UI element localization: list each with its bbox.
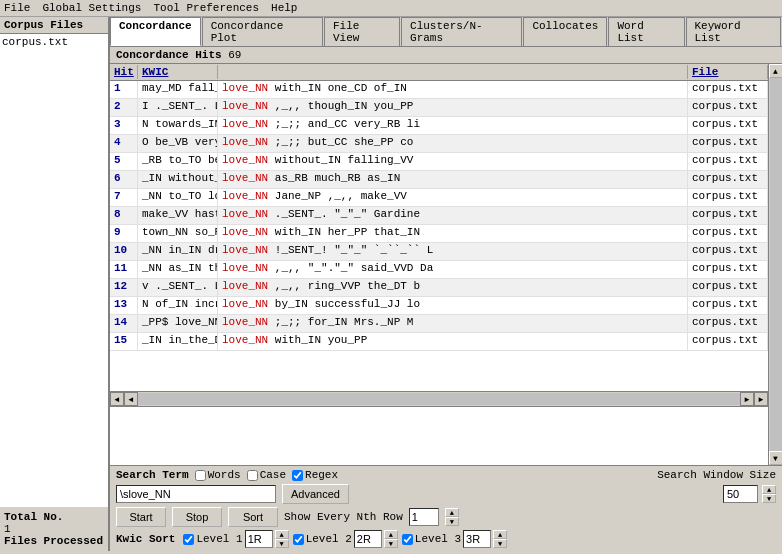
file-cell: corpus.txt [688, 225, 768, 242]
level2-up[interactable]: ▲ [384, 530, 398, 539]
stop-button[interactable]: Stop [172, 507, 222, 527]
case-checkbox[interactable] [247, 470, 258, 481]
file-cell: corpus.txt [688, 333, 768, 350]
level1-spinner[interactable]: ▲ ▼ [275, 530, 289, 548]
menu-file[interactable]: File [4, 2, 30, 14]
level3-checkbox[interactable] [402, 534, 413, 545]
table-row[interactable]: 15_IN in_the_DT vestibule_NN in_INlove_N… [110, 333, 768, 351]
nth-row-input[interactable] [409, 508, 439, 526]
main-layout: Corpus Files corpus.txt Total No. 1 File… [0, 17, 782, 551]
kwic-main-cell: love_NN ;_;; but_CC she_PP co [218, 135, 688, 152]
table-row[interactable]: 14_PP$ love_NN by_IN successful_JJlove_N… [110, 315, 768, 333]
menu-help[interactable]: Help [271, 2, 297, 14]
level2-spinner[interactable]: ▲ ▼ [384, 530, 398, 548]
table-row[interactable]: 3N towards_IN falling_VVG in_INlove_NN ;… [110, 117, 768, 135]
col-kwic-header[interactable]: KWIC [138, 65, 218, 79]
start-button[interactable]: Start [116, 507, 166, 527]
file-cell: corpus.txt [688, 189, 768, 206]
level2-down[interactable]: ▼ [384, 539, 398, 548]
h-scroll-left-btn[interactable]: ◄ [110, 392, 124, 406]
kwic-main-cell: love_NN with_IN you_PP [218, 333, 688, 350]
level3-input[interactable] [463, 530, 491, 548]
hit-cell: 2 [110, 99, 138, 116]
kwic-left-cell: _NN as_IN the_DT food_NN of_IN [138, 261, 218, 278]
hit-cell: 14 [110, 315, 138, 332]
window-size-down[interactable]: ▼ [762, 494, 776, 503]
nth-row-spinner[interactable]: ▲ ▼ [445, 508, 459, 526]
kwic-left-cell: _IN without_IN falling_VVG in_IN [138, 171, 218, 188]
level1-label: Level 1 [196, 533, 242, 545]
table-row[interactable]: 5_RB to_TO be_VB really_RB in_INlove_NN … [110, 153, 768, 171]
menu-tool-preferences[interactable]: Tool Preferences [153, 2, 259, 14]
hit-cell: 3 [110, 117, 138, 134]
h-scroll-right-btn[interactable]: ► [754, 392, 768, 406]
tab-word-list[interactable]: Word List [608, 17, 684, 46]
nth-down[interactable]: ▼ [445, 517, 459, 526]
table-body: 1may_MD fall_VV in_INlove_NN with_IN one… [110, 81, 768, 391]
v-scroll-down-btn[interactable]: ▼ [769, 451, 783, 465]
hit-cell: 12 [110, 279, 138, 296]
tab-file-view[interactable]: File View [324, 17, 400, 46]
table-row[interactable]: 1may_MD fall_VV in_INlove_NN with_IN one… [110, 81, 768, 99]
nth-up[interactable]: ▲ [445, 508, 459, 517]
table-row[interactable]: 11_NN as_IN the_DT food_NN of_INlove_NN … [110, 261, 768, 279]
advanced-button[interactable]: Advanced [282, 484, 349, 504]
hits-count: 69 [228, 49, 241, 61]
table-main: Hit KWIC File 1may_MD fall_VV in_INlove_… [110, 64, 768, 465]
col-file-header[interactable]: File [688, 65, 768, 79]
level2-checkbox[interactable] [293, 534, 304, 545]
v-scroll-up-btn[interactable]: ▲ [769, 64, 783, 78]
hit-cell: 9 [110, 225, 138, 242]
table-row[interactable]: 9town_NN so_RB much_RB in_INlove_NN with… [110, 225, 768, 243]
level3-spinner[interactable]: ▲ ▼ [493, 530, 507, 548]
corpus-files-title: Corpus Files [0, 17, 108, 34]
level2-input[interactable] [354, 530, 382, 548]
file-cell: corpus.txt [688, 135, 768, 152]
h-scroll-track[interactable] [138, 393, 740, 405]
window-size-input[interactable] [723, 485, 758, 503]
tab-collocates[interactable]: Collocates [523, 17, 607, 46]
h-scrollbar[interactable]: ◄ ◄ ► ► [110, 393, 768, 405]
col-hit-header[interactable]: Hit [110, 65, 138, 79]
level1-input[interactable] [245, 530, 273, 548]
table-row[interactable]: 2I ._SENT_. Lydia_NP ,_,, my_PP$love_NN … [110, 99, 768, 117]
regex-checkbox[interactable] [292, 470, 303, 481]
search-input[interactable] [116, 485, 276, 503]
level1-up[interactable]: ▲ [275, 530, 289, 539]
table-row[interactable]: 8make_VV haste_NN ,_,, my_PP$love_NN ._S… [110, 207, 768, 225]
regex-label: Regex [305, 469, 338, 481]
sort-button[interactable]: Sort [228, 507, 278, 527]
window-size-spinner[interactable]: ▲ ▼ [762, 485, 776, 503]
file-cell: corpus.txt [688, 315, 768, 332]
table-row[interactable]: 12v ._SENT_. Lydia_NP ,_,, my_PP$love_NN… [110, 279, 768, 297]
kwic-main-cell: love_NN !_SENT_! "_"_" `_``_`` L [218, 243, 688, 260]
level1-down[interactable]: ▼ [275, 539, 289, 548]
tab-concordance[interactable]: Concordance [110, 17, 201, 46]
menu-global-settings[interactable]: Global Settings [42, 2, 141, 14]
kwic-left-cell: N of_IN increasing_VVG my_PP$ [138, 297, 218, 314]
tab-clusters-ngrams[interactable]: Clusters/N-Grams [401, 17, 522, 46]
window-size-up[interactable]: ▲ [762, 485, 776, 494]
tab-concordance-plot[interactable]: Concordance Plot [202, 17, 323, 46]
hit-cell: 13 [110, 297, 138, 314]
h-scroll-area: ◄ ◄ ► ► [110, 391, 768, 407]
table-row[interactable]: 10_NN in_IN driving_VVG away_RPlove_NN !… [110, 243, 768, 261]
v-scroll-track[interactable] [770, 78, 782, 451]
level1-checkbox[interactable] [183, 534, 194, 545]
files-processed-label: Files Processed [4, 535, 104, 547]
kwic-left-cell: v ._SENT_. Lydia_NP ,_,, my_PP$ [138, 279, 218, 296]
corpus-file-item[interactable]: corpus.txt [2, 36, 106, 48]
table-row[interactable]: 13N of_IN increasing_VVG my_PP$love_NN b… [110, 297, 768, 315]
table-row[interactable]: 4O be_VB very_RB much_JJ in_INlove_NN ;_… [110, 135, 768, 153]
table-row[interactable]: 6_IN without_IN falling_VVG in_INlove_NN… [110, 171, 768, 189]
table-row[interactable]: 7_NN to_TO love_VV ,_,, from_INlove_NN J… [110, 189, 768, 207]
level3-down[interactable]: ▼ [493, 539, 507, 548]
h-scroll-next-btn[interactable]: ► [740, 392, 754, 406]
search-input-row: Advanced ▲ ▼ [116, 484, 776, 504]
tab-keyword-list[interactable]: Keyword List [686, 17, 781, 46]
words-checkbox[interactable] [195, 470, 206, 481]
level3-up[interactable]: ▲ [493, 530, 507, 539]
h-scroll-prev-btn[interactable]: ◄ [124, 392, 138, 406]
action-row: Start Stop Sort Show Every Nth Row ▲ ▼ [116, 507, 776, 527]
level2-group: Level 2 ▲ ▼ [293, 530, 398, 548]
